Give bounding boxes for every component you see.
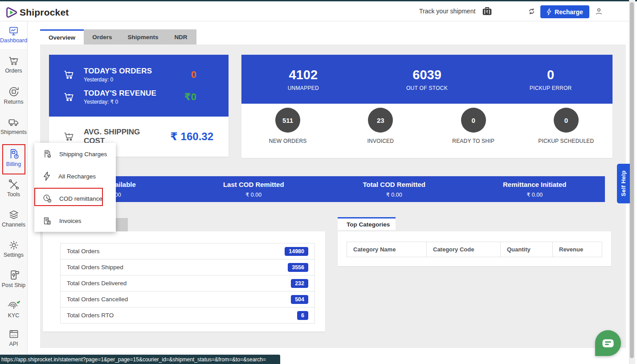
sidebar-item-post-ship[interactable]: Post Ship <box>0 269 27 288</box>
billing-highlight-box <box>2 144 25 174</box>
column-header-quantity: Quantity <box>501 242 553 257</box>
new-orders-label: NEW ORDERS <box>269 138 307 144</box>
chat-widget-button[interactable] <box>595 330 621 356</box>
todays-orders-row: TODAY'S ORDERS Yesterday: 0 0 <box>62 67 229 83</box>
code-window-icon: </> <box>0 328 27 340</box>
summary-row-badge: 232 <box>291 279 308 288</box>
account-icon[interactable] <box>595 7 603 16</box>
last-cod-remitted-column: Last COD Remitted ₹ 0.00 <box>184 176 324 202</box>
new-orders-circle[interactable]: 511 NEW ORDERS <box>241 104 334 158</box>
self-help-tab[interactable]: Self Help <box>617 164 630 203</box>
sidebar-item-shipments[interactable]: Shipments <box>0 117 27 135</box>
summary-row-label: Total Orders Delivered <box>67 280 127 287</box>
truck-icon <box>0 117 27 128</box>
orders-summary-card: Total Orders 14980 Total Orders Shipped … <box>43 231 325 332</box>
order-pipeline-circles: 511 NEW ORDERS 23 INVOICED 0 READY TO SH… <box>241 104 612 158</box>
menu-item-invoices[interactable]: Invoices <box>34 210 116 232</box>
sidebar-item-api[interactable]: </> API <box>0 328 27 347</box>
top-categories-card: Category Name Category Code Quantity Rev… <box>338 231 611 266</box>
billing-dropdown-menu: Shipping Charges All Recharges ₹ COD rem… <box>34 143 116 232</box>
remittance-initiated-column: Remittance Initiated ₹ 0.00 <box>465 176 605 202</box>
summary-row-label: Total Orders Shipped <box>67 264 123 271</box>
tab-overview[interactable]: Overview <box>40 29 84 44</box>
unmapped-value: 4102 <box>289 68 318 82</box>
refresh-icon[interactable] <box>528 8 535 15</box>
ready-to-ship-value: 0 <box>461 108 486 133</box>
summary-row-badge: 6 <box>297 311 308 320</box>
cart-plus-icon <box>62 69 76 81</box>
summary-row-label: Total Orders <box>67 248 100 255</box>
sidebar-item-label: Shipments <box>0 129 27 135</box>
invoiced-value: 23 <box>368 108 393 133</box>
menu-item-label: All Recharges <box>58 173 96 180</box>
sidebar-item-label: Settings <box>0 252 27 258</box>
pickup-error-stat[interactable]: 0 PICKUP ERROR <box>489 55 612 104</box>
dashboard-tabbar: Overview Orders Shipments NDR <box>40 29 196 44</box>
column-header-category-name: Category Name <box>347 242 427 257</box>
summary-row-total-orders[interactable]: Total Orders 14980 <box>61 243 314 259</box>
unmapped-stat[interactable]: 4102 UNMAPPED <box>241 55 365 104</box>
ready-to-ship-label: READY TO SHIP <box>452 138 494 144</box>
scrollbar-thumb[interactable] <box>630 2 634 358</box>
brand-name: Shiprocket <box>20 7 69 18</box>
pickup-scheduled-label: PICKUP SCHEDULED <box>538 138 594 144</box>
todays-revenue-row: TODAY'S REVENUE Yesterday: ₹ 0 ₹0 <box>62 89 229 105</box>
todays-orders-title: TODAY'S ORDERS <box>84 67 152 76</box>
summary-row-label: Total Orders RTO <box>67 312 114 319</box>
tab-orders[interactable]: Orders <box>84 29 121 44</box>
menu-item-shipping-charges[interactable]: Shipping Charges <box>34 143 116 165</box>
pickup-error-value: 0 <box>547 68 554 82</box>
menu-item-all-recharges[interactable]: All Recharges <box>34 165 116 187</box>
sidebar-item-label: Channels <box>0 222 27 228</box>
sidebar-item-label: Post Ship <box>0 282 27 288</box>
invoiced-circle[interactable]: 23 INVOICED <box>334 104 427 158</box>
unmapped-label: UNMAPPED <box>288 85 319 91</box>
recharge-button[interactable]: Recharge <box>540 5 589 18</box>
out-of-stock-label: OUT OF STOCK <box>406 85 448 91</box>
remittance-initiated-value: ₹ 0.00 <box>527 191 543 198</box>
orders-summary-list: Total Orders 14980 Total Orders Shipped … <box>60 243 315 324</box>
cart-icon <box>0 55 27 67</box>
sidebar-item-settings[interactable]: Settings <box>0 239 27 258</box>
sidebar-item-label: Returns <box>0 99 27 105</box>
summary-row-total-orders-rto[interactable]: Total Orders RTO 6 <box>61 307 314 323</box>
tab-ndr[interactable]: NDR <box>165 29 196 44</box>
out-of-stock-value: 6039 <box>412 68 441 82</box>
summary-row-total-orders-cancelled[interactable]: Total Orders Cancelled 504 <box>61 291 314 307</box>
wallet-icon[interactable]: ₹ <box>481 5 493 17</box>
todays-revenue-title: TODAY'S REVENUE <box>84 89 156 98</box>
cod-remittance-bar: COD Available ₹ 0.00 Last COD Remitted ₹… <box>43 176 605 202</box>
sidebar-item-channels[interactable]: Channels <box>0 209 27 228</box>
return-box-icon <box>0 85 27 98</box>
sidebar-item-label: API <box>0 341 27 347</box>
out-of-stock-stat[interactable]: 6039 OUT OF STOCK <box>365 55 489 104</box>
summary-row-total-orders-shipped[interactable]: Total Orders Shipped 3556 <box>61 259 314 275</box>
summary-row-badge: 3556 <box>288 263 308 272</box>
todays-revenue-value: ₹0 <box>184 91 196 103</box>
top-categories-table: Category Name Category Code Quantity Rev… <box>347 242 602 257</box>
column-header-category-code: Category Code <box>427 242 501 257</box>
sidebar-item-label: Tools <box>0 191 27 198</box>
inventory-stats-card: 4102 UNMAPPED 6039 OUT OF STOCK 0 PICKUP… <box>241 55 612 158</box>
svg-text:₹: ₹ <box>486 9 489 14</box>
pickup-scheduled-circle[interactable]: 0 PICKUP SCHEDULED <box>520 104 612 158</box>
menu-item-cod-remittance[interactable]: ₹ COD remittance <box>34 187 116 210</box>
self-help-label: Self Help <box>620 170 627 196</box>
track-shipment-link[interactable]: Track your shipment <box>419 8 475 15</box>
avg-shipping-cost-value: ₹ 160.32 <box>170 130 213 143</box>
todays-orders-value: 0 <box>191 69 196 81</box>
brand-logo[interactable]: Shiprocket <box>5 6 69 19</box>
tab-top-categories[interactable]: Top Categories <box>338 217 396 230</box>
sidebar-item-returns[interactable]: Returns <box>0 85 27 105</box>
invoices-icon <box>42 216 52 226</box>
ready-to-ship-circle[interactable]: 0 READY TO SHIP <box>427 104 520 158</box>
sidebar-item-dashboard[interactable]: Dashboard <box>0 26 27 44</box>
summary-row-total-orders-delivered[interactable]: Total Orders Delivered 232 <box>61 275 314 291</box>
sidebar-item-orders[interactable]: Orders <box>0 55 27 74</box>
sidebar-item-tools[interactable]: Tools <box>0 179 27 198</box>
new-orders-value: 511 <box>275 108 300 133</box>
menu-item-label: COD remittance <box>59 195 102 202</box>
cod-clock-icon: ₹ <box>42 194 52 203</box>
tab-shipments[interactable]: Shipments <box>121 29 165 44</box>
sidebar-item-kyc[interactable]: KYC <box>0 299 27 319</box>
